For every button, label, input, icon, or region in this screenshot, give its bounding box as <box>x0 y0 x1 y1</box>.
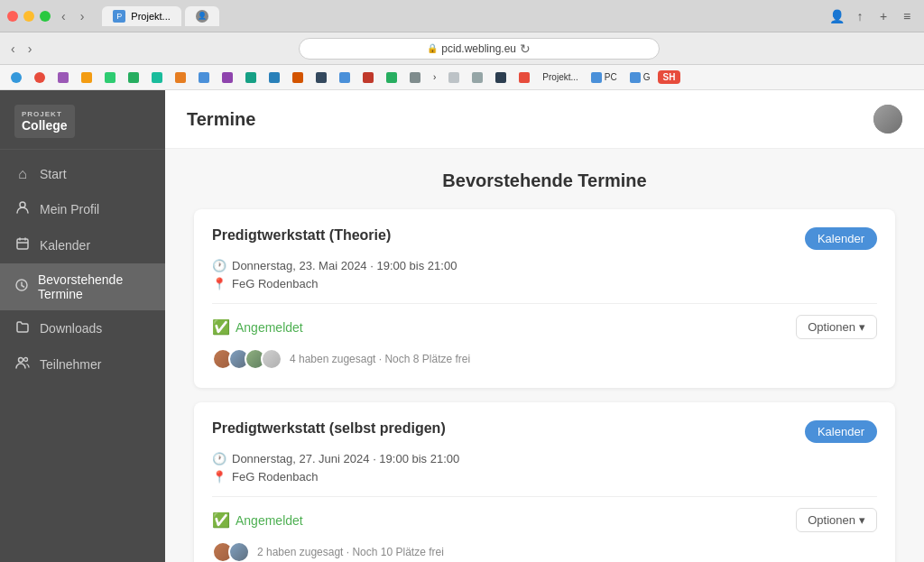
event-meta-2: 🕐 Donnerstag, 27. Juni 2024 · 19:00 bis … <box>212 452 877 484</box>
kalender-button-1[interactable]: Kalender <box>805 227 877 250</box>
bm-ext9[interactable] <box>490 70 512 85</box>
bm-ext4[interactable] <box>287 70 309 85</box>
event-location-1: FeG Rodenbach <box>232 277 318 290</box>
bm-ext11[interactable]: Projekt... <box>537 70 583 84</box>
bm-g7[interactable]: G <box>624 70 656 85</box>
content-body: Bevorstehende Termine Predigtwerkstatt (… <box>165 149 924 562</box>
bm-plus[interactable] <box>52 70 74 85</box>
bm-ext3[interactable] <box>240 70 262 85</box>
back-nav[interactable]: ‹ <box>7 40 19 58</box>
participant-avatar-2-2 <box>228 541 250 562</box>
bm-ext7[interactable] <box>443 70 465 85</box>
avatar-group-2 <box>212 541 250 562</box>
nav-item-downloads[interactable]: Downloads <box>0 310 165 346</box>
share-icon[interactable]: ↑ <box>850 6 870 26</box>
browser-window: ‹ › P Projekt... 👤 👤 ↑ + ≡ ‹ › 🔒 pcid.we… <box>0 0 924 562</box>
minimize-button[interactable] <box>23 11 34 22</box>
optionen-button-1[interactable]: Optionen ▾ <box>796 315 877 339</box>
back-button[interactable]: ‹ <box>58 7 69 25</box>
svg-point-3 <box>19 358 23 363</box>
kalender-button-2[interactable]: Kalender <box>805 420 877 443</box>
nav-item-start[interactable]: ⌂ Start <box>0 157 165 191</box>
event-title-1: Predigtwerkstatt (Theorie) <box>212 227 391 244</box>
app-container: PROJEKT College ⌂ Start Mein Pro <box>0 90 924 562</box>
user-avatar[interactable] <box>873 105 902 134</box>
bm-g5[interactable] <box>381 70 402 85</box>
nav-label-start: Start <box>40 167 67 181</box>
event-footer-2: ✅ Angemeldet Optionen ▾ <box>212 508 877 532</box>
nav-item-kalender[interactable]: Kalender <box>0 227 165 263</box>
avatar-group-1 <box>212 348 282 370</box>
nav-item-mein-profil[interactable]: Mein Profil <box>0 191 165 227</box>
account-icon[interactable]: 👤 <box>827 6 846 26</box>
event-card-2: Predigtwerkstatt (selbst predigen) Kalen… <box>194 402 895 562</box>
event-divider-2 <box>212 496 877 497</box>
bm-ext6[interactable] <box>404 70 426 85</box>
participants-row-2: 2 haben zugesagt · Noch 10 Plätze frei <box>212 541 877 562</box>
nav-item-bevorstehende-termine[interactable]: Bevorstehende Termine <box>0 263 165 310</box>
bm-chevron[interactable]: › <box>428 70 441 84</box>
chevron-icon-2: ▾ <box>859 513 865 527</box>
avatar-image <box>873 105 902 134</box>
bm-g2[interactable] <box>123 70 144 85</box>
participant-avatar-4 <box>261 348 282 370</box>
logo-box: PROJEKT College <box>14 105 75 138</box>
main-content: Termine Bevorstehende Termine Predigtwer… <box>165 90 924 562</box>
participants-text-2: 2 haben zugesagt · Noch 10 Plätze frei <box>257 546 444 558</box>
bm-g1[interactable] <box>99 70 121 85</box>
logo-bottom: College <box>22 118 68 133</box>
event-footer-1: ✅ Angemeldet Optionen ▾ <box>212 315 877 339</box>
bm-ext1[interactable] <box>170 70 191 85</box>
tab-bar: P Projekt... 👤 <box>102 6 218 26</box>
group-icon <box>14 355 31 373</box>
nav-label-mein-profil: Mein Profil <box>40 202 99 217</box>
window-controls <box>7 11 51 22</box>
maximize-button[interactable] <box>40 11 51 22</box>
tab-1-label: Projekt... <box>131 11 170 22</box>
calendar-icon <box>14 236 31 254</box>
page-title: Termine <box>187 109 255 130</box>
new-tab-icon[interactable]: + <box>873 6 893 26</box>
bm-t[interactable] <box>146 70 168 85</box>
folder-icon <box>14 319 31 337</box>
bm-ext8[interactable] <box>467 70 488 85</box>
sidebar: PROJEKT College ⌂ Start Mein Pro <box>0 90 165 562</box>
bm-ext5[interactable] <box>357 70 379 85</box>
clock-icon <box>14 278 29 296</box>
bm-wp[interactable] <box>310 70 332 85</box>
section-title: Bevorstehende Termine <box>194 170 895 191</box>
tab-2[interactable]: 👤 <box>185 6 219 26</box>
page-header: Termine <box>165 90 924 149</box>
logo-top: PROJEKT <box>22 110 68 118</box>
tab-2-icon: 👤 <box>196 10 208 23</box>
bm-circle[interactable] <box>5 70 27 85</box>
check-icon-2: ✅ <box>212 511 230 529</box>
bm-b1[interactable] <box>263 70 285 85</box>
event-date-row-2: 🕐 Donnerstag, 27. Juni 2024 · 19:00 bis … <box>212 452 877 465</box>
nav-item-teilnehmer[interactable]: Teilnehmer <box>0 346 165 382</box>
bm-g3[interactable] <box>193 70 215 85</box>
bm-sh[interactable]: SH <box>658 70 681 84</box>
tab-1[interactable]: P Projekt... <box>102 6 180 26</box>
participants-row-1: 4 haben zugesagt · Noch 8 Plätze frei <box>212 348 877 370</box>
bm-g6[interactable]: PC <box>586 70 623 85</box>
forward-nav[interactable]: › <box>24 40 36 58</box>
svg-point-4 <box>24 358 28 362</box>
tab-1-icon: P <box>113 10 125 23</box>
event-location-row-1: 📍 FeG Rodenbach <box>212 277 877 290</box>
person-icon <box>14 200 31 218</box>
bm-ext2[interactable] <box>217 70 238 85</box>
reload-button[interactable]: ↻ <box>520 41 531 56</box>
bm-g4[interactable] <box>334 70 356 85</box>
sidebar-toggle-icon[interactable]: ≡ <box>897 6 917 26</box>
bm-c[interactable] <box>29 70 51 85</box>
url-bar[interactable]: 🔒 pcid.webling.eu ↻ <box>299 38 660 60</box>
forward-button[interactable]: › <box>77 7 88 25</box>
bm-arrow[interactable] <box>76 70 97 85</box>
svg-point-0 <box>20 202 25 207</box>
optionen-button-2[interactable]: Optionen ▾ <box>796 508 877 532</box>
close-button[interactable] <box>7 11 18 22</box>
location-icon-2: 📍 <box>212 470 226 484</box>
toolbar-icons: 👤 ↑ + ≡ <box>827 6 917 26</box>
bm-ext10[interactable] <box>513 70 535 85</box>
